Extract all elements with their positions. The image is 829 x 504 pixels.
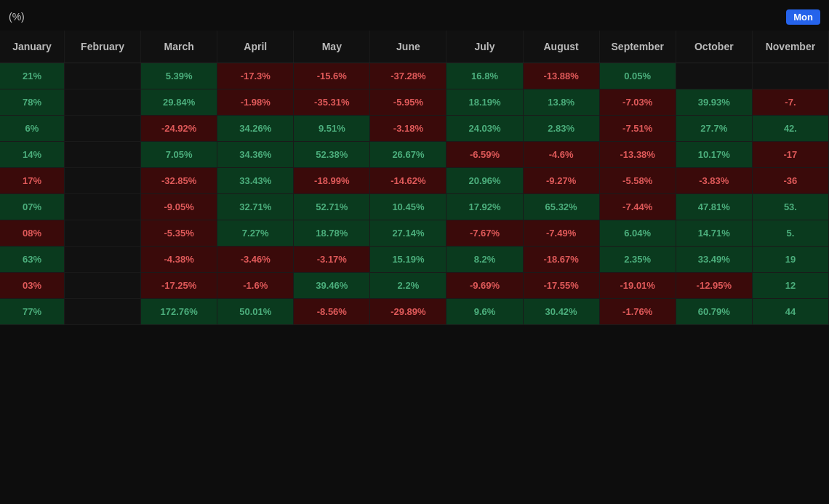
cell-r2-c3: 34.26% xyxy=(217,116,294,142)
cell-r1-c9: 39.93% xyxy=(676,89,752,116)
cell-r7-c3: -3.46% xyxy=(217,247,294,273)
cell-r5-c10: 53. xyxy=(752,194,828,220)
cell-r3-c8: -13.38% xyxy=(599,142,676,168)
cell-r7-c4: -3.17% xyxy=(294,247,370,273)
cell-r3-c3: 34.36% xyxy=(217,142,294,168)
cell-r4-c5: -14.62% xyxy=(370,168,446,194)
cell-r0-c6: 16.8% xyxy=(446,63,523,89)
cell-r1-c7: 13.8% xyxy=(523,89,599,116)
cell-r4-c7: -9.27% xyxy=(523,168,599,194)
table-row: 07%-9.05%32.71%52.71%10.45%17.92%65.32%-… xyxy=(0,194,829,220)
type-badge[interactable]: Mon xyxy=(786,9,820,25)
col-header-april: April xyxy=(217,31,294,63)
col-header-july: July xyxy=(446,31,523,63)
cell-r7-c10: 19 xyxy=(752,247,828,273)
cell-r9-c1 xyxy=(65,299,141,325)
cell-r9-c10: 44 xyxy=(752,299,828,325)
cell-r0-c10 xyxy=(752,63,828,89)
top-bar: (%) Mon xyxy=(0,0,829,31)
cell-r9-c3: 50.01% xyxy=(217,299,294,325)
col-header-october: October xyxy=(676,31,752,63)
cell-r7-c2: -4.38% xyxy=(141,247,217,273)
cell-r6-c8: 6.04% xyxy=(599,220,676,247)
cell-r3-c7: -4.6% xyxy=(523,142,599,168)
cell-r3-c2: 7.05% xyxy=(141,142,217,168)
cell-r4-c9: -3.83% xyxy=(676,168,752,194)
cell-r2-c7: 2.83% xyxy=(523,116,599,142)
cell-r8-c6: -9.69% xyxy=(446,273,523,299)
cell-r2-c4: 9.51% xyxy=(294,116,370,142)
page-title: (%) xyxy=(9,11,25,23)
cell-r5-c2: -9.05% xyxy=(141,194,217,220)
cell-r6-c0: 08% xyxy=(0,220,65,247)
cell-r3-c5: 26.67% xyxy=(370,142,446,168)
cell-r1-c1 xyxy=(65,89,141,116)
cell-r0-c5: -37.28% xyxy=(370,63,446,89)
col-header-november: November xyxy=(752,31,828,63)
cell-r1-c6: 18.19% xyxy=(446,89,523,116)
cell-r0-c4: -15.6% xyxy=(294,63,370,89)
cell-r1-c4: -35.31% xyxy=(294,89,370,116)
cell-r1-c5: -5.95% xyxy=(370,89,446,116)
cell-r4-c4: -18.99% xyxy=(294,168,370,194)
col-header-february: February xyxy=(65,31,141,63)
cell-r6-c1 xyxy=(65,220,141,247)
cell-r8-c1 xyxy=(65,273,141,299)
col-header-march: March xyxy=(141,31,217,63)
cell-r4-c8: -5.58% xyxy=(599,168,676,194)
cell-r6-c7: -7.49% xyxy=(523,220,599,247)
cell-r5-c9: 47.81% xyxy=(676,194,752,220)
cell-r8-c5: 2.2% xyxy=(370,273,446,299)
cell-r0-c2: 5.39% xyxy=(141,63,217,89)
cell-r2-c1 xyxy=(65,116,141,142)
cell-r8-c2: -17.25% xyxy=(141,273,217,299)
cell-r1-c0: 78% xyxy=(0,89,65,116)
cell-r9-c2: 172.76% xyxy=(141,299,217,325)
cell-r2-c2: -24.92% xyxy=(141,116,217,142)
cell-r0-c1 xyxy=(65,63,141,89)
cell-r5-c4: 52.71% xyxy=(294,194,370,220)
cell-r8-c4: 39.46% xyxy=(294,273,370,299)
cell-r3-c10: -17 xyxy=(752,142,828,168)
cell-r3-c1 xyxy=(65,142,141,168)
cell-r8-c10: 12 xyxy=(752,273,828,299)
cell-r2-c9: 27.7% xyxy=(676,116,752,142)
cell-r3-c4: 52.38% xyxy=(294,142,370,168)
cell-r0-c8: 0.05% xyxy=(599,63,676,89)
cell-r4-c2: -32.85% xyxy=(141,168,217,194)
cell-r5-c7: 65.32% xyxy=(523,194,599,220)
col-header-june: June xyxy=(370,31,446,63)
cell-r9-c5: -29.89% xyxy=(370,299,446,325)
cell-r7-c0: 63% xyxy=(0,247,65,273)
cell-r6-c6: -7.67% xyxy=(446,220,523,247)
table-row: 03%-17.25%-1.6%39.46%2.2%-9.69%-17.55%-1… xyxy=(0,273,829,299)
cell-r9-c9: 60.79% xyxy=(676,299,752,325)
col-header-august: August xyxy=(523,31,599,63)
table-row: 6%-24.92%34.26%9.51%-3.18%24.03%2.83%-7.… xyxy=(0,116,829,142)
cell-r9-c8: -1.76% xyxy=(599,299,676,325)
cell-r5-c8: -7.44% xyxy=(599,194,676,220)
cell-r6-c9: 14.71% xyxy=(676,220,752,247)
cell-r8-c0: 03% xyxy=(0,273,65,299)
cell-r6-c4: 18.78% xyxy=(294,220,370,247)
table-body: 21%5.39%-17.3%-15.6%-37.28%16.8%-13.88%0… xyxy=(0,63,829,325)
cell-r9-c7: 30.42% xyxy=(523,299,599,325)
table-row: 08%-5.35%7.27%18.78%27.14%-7.67%-7.49%6.… xyxy=(0,220,829,247)
col-header-september: September xyxy=(599,31,676,63)
cell-r4-c0: 17% xyxy=(0,168,65,194)
col-header-january: January xyxy=(0,31,65,63)
table-row: 77%172.76%50.01%-8.56%-29.89%9.6%30.42%-… xyxy=(0,299,829,325)
cell-r6-c10: 5. xyxy=(752,220,828,247)
cell-r1-c2: 29.84% xyxy=(141,89,217,116)
cell-r7-c6: 8.2% xyxy=(446,247,523,273)
cell-r7-c1 xyxy=(65,247,141,273)
cell-r9-c4: -8.56% xyxy=(294,299,370,325)
cell-r7-c7: -18.67% xyxy=(523,247,599,273)
cell-r0-c3: -17.3% xyxy=(217,63,294,89)
cell-r0-c9 xyxy=(676,63,752,89)
cell-r3-c9: 10.17% xyxy=(676,142,752,168)
cell-r1-c8: -7.03% xyxy=(599,89,676,116)
cell-r1-c10: -7. xyxy=(752,89,828,116)
table-row: 14%7.05%34.36%52.38%26.67%-6.59%-4.6%-13… xyxy=(0,142,829,168)
cell-r8-c8: -19.01% xyxy=(599,273,676,299)
